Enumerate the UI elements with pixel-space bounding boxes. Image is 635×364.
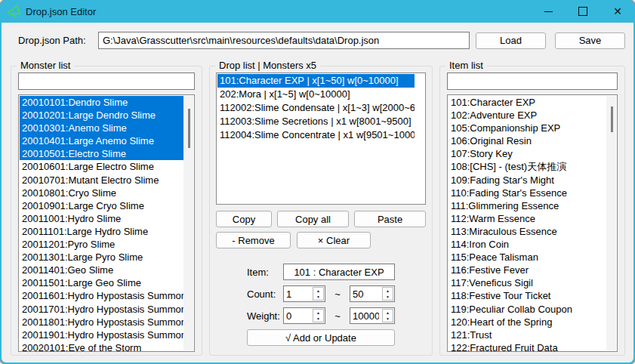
- list-item[interactable]: 101:Character EXP | x[1~50] w[0~10000]: [217, 74, 415, 88]
- list-item[interactable]: 102:Adventure EXP: [449, 109, 606, 122]
- copy-all-button[interactable]: Copy all: [277, 211, 349, 227]
- list-item[interactable]: 20010801:Cryo Slime: [20, 187, 183, 199]
- list-item[interactable]: 20010201:Large Dendro Slime: [20, 109, 183, 122]
- spin-down-icon[interactable]: ▼: [313, 316, 323, 322]
- list-item[interactable]: 115:Peace Talisman: [449, 251, 606, 264]
- list-item[interactable]: 112:Warm Essence: [449, 212, 606, 225]
- count-label: Count:: [247, 288, 283, 300]
- list-item[interactable]: 20010401:Large Anemo Slime: [20, 134, 183, 147]
- minimize-button[interactable]: [531, 0, 566, 23]
- spin-up-icon[interactable]: ▲: [383, 288, 393, 294]
- maximize-button[interactable]: [566, 0, 600, 23]
- list-item[interactable]: 118:Festive Tour Ticket: [449, 289, 606, 302]
- list-item[interactable]: 107:Story Key: [449, 147, 606, 160]
- maximize-icon: [578, 7, 587, 16]
- count-max-spinner[interactable]: ▲ ▼: [350, 285, 395, 302]
- count-min-input[interactable]: [284, 286, 312, 301]
- drop-panel-title: Drop list | Monsters x5: [215, 60, 320, 71]
- list-item[interactable]: 112002:Slime Condensate | x[1~3] w[2000~…: [217, 101, 415, 115]
- monster-filter-input[interactable]: [18, 72, 195, 90]
- list-item[interactable]: 121:Trust: [449, 329, 606, 341]
- drop-list[interactable]: 101:Character EXP | x[1~50] w[0~10000]20…: [216, 72, 426, 205]
- list-item[interactable]: 20011401:Geo Slime: [20, 264, 183, 276]
- close-button[interactable]: ✕: [600, 0, 635, 23]
- list-item[interactable]: 117:Veneficus Sigil: [449, 276, 606, 289]
- list-item[interactable]: 105:Companionship EXP: [449, 122, 606, 134]
- list-item[interactable]: 101:Character EXP: [449, 96, 606, 109]
- spinner-arrows: ▲ ▼: [313, 309, 324, 322]
- spin-up-icon[interactable]: ▲: [313, 310, 323, 316]
- spinner-arrows: ▲ ▼: [382, 309, 393, 322]
- panels: Monster list 20010101:Dendro Slime200102…: [11, 66, 625, 356]
- paste-button[interactable]: Paste: [354, 211, 426, 227]
- item-list[interactable]: 101:Character EXP102:Adventure EXP105:Co…: [447, 94, 618, 352]
- monster-panel: Monster list 20010101:Dendro Slime200102…: [11, 66, 202, 356]
- list-item[interactable]: 20011701:Hydro Hypostasis Summon: [20, 303, 183, 316]
- weight-max-spinner[interactable]: ▲ ▼: [350, 307, 395, 324]
- list-item[interactable]: 20010601:Large Electro Slime: [20, 160, 183, 173]
- scrollbar-thumb[interactable]: [188, 109, 190, 148]
- monster-list[interactable]: 20010101:Dendro Slime20010201:Large Dend…: [18, 94, 195, 352]
- count-min-spinner[interactable]: ▲ ▼: [283, 285, 325, 302]
- list-item[interactable]: 120:Heart of the Spring: [449, 316, 606, 329]
- list-item[interactable]: 20011001:Hydro Slime: [20, 212, 183, 225]
- count-row: Count: ▲ ▼ ~ ▲: [247, 285, 395, 302]
- scrollbar-track[interactable]: [606, 96, 616, 350]
- list-item[interactable]: 116:Festive Fever: [449, 264, 606, 276]
- save-button[interactable]: Save: [555, 32, 625, 49]
- item-field[interactable]: [283, 264, 395, 280]
- clear-button[interactable]: × Clear: [297, 232, 371, 248]
- path-input[interactable]: [98, 32, 470, 49]
- weight-label: Weight:: [247, 310, 283, 322]
- spin-down-icon[interactable]: ▼: [383, 294, 393, 300]
- spin-up-icon[interactable]: ▲: [383, 310, 393, 316]
- list-item[interactable]: 20010101:Dendro Slime: [20, 96, 183, 109]
- list-item[interactable]: 202:Mora | x[1~5] w[0~10000]: [217, 88, 415, 101]
- list-item[interactable]: 20011901:Hydro Hypostasis Summon: [20, 329, 183, 341]
- list-item[interactable]: 111:Glimmering Essence: [449, 199, 606, 212]
- list-item[interactable]: 112004:Slime Concentrate | x1 w[9501~100…: [217, 128, 415, 142]
- window-controls: ✕: [531, 0, 635, 23]
- clipboard-button-row: Copy Copy all Paste: [216, 211, 426, 227]
- list-item[interactable]: 20020101:Eye of the Storm: [20, 341, 183, 352]
- list-item[interactable]: 20011101:Large Hydro Slime: [20, 225, 183, 238]
- item-label: Item:: [247, 267, 283, 278]
- item-filter-input[interactable]: [447, 72, 618, 90]
- copy-button[interactable]: Copy: [216, 211, 272, 227]
- titlebar: Drop.json Editor ✕: [0, 0, 635, 23]
- list-item[interactable]: 106:Original Resin: [449, 134, 606, 147]
- app-window: Drop.json Editor ✕ Drop.json Path: Load …: [0, 0, 635, 364]
- list-item[interactable]: 109:Fading Star's Might: [449, 174, 606, 187]
- list-item[interactable]: 20011601:Hydro Hypostasis Summon: [20, 289, 183, 302]
- list-item[interactable]: 20011501:Large Geo Slime: [20, 276, 183, 289]
- list-item[interactable]: 122:Fractured Fruit Data: [449, 341, 606, 352]
- weight-max-input[interactable]: [350, 308, 381, 323]
- load-button[interactable]: Load: [476, 32, 546, 49]
- path-label: Drop.json Path:: [11, 35, 98, 46]
- weight-min-spinner[interactable]: ▲ ▼: [283, 307, 325, 324]
- list-item[interactable]: 112003:Slime Secretions | x1 w[8001~9500…: [217, 115, 415, 128]
- list-item[interactable]: 20010701:Mutant Electro Slime: [20, 174, 183, 187]
- spin-down-icon[interactable]: ▼: [313, 294, 323, 300]
- count-max-input[interactable]: [350, 286, 381, 301]
- list-item[interactable]: 20010301:Anemo Slime: [20, 122, 183, 134]
- weight-min-input[interactable]: [284, 308, 312, 323]
- minimize-icon: [544, 11, 553, 12]
- scrollbar-thumb[interactable]: [611, 106, 613, 132]
- list-item[interactable]: 114:Iron Coin: [449, 238, 606, 251]
- list-item[interactable]: 108:[CHS] - (test)天体推演: [449, 160, 606, 173]
- list-item[interactable]: 119:Peculiar Collab Coupon: [449, 303, 606, 316]
- spin-up-icon[interactable]: ▲: [313, 288, 323, 294]
- drop-panel: Drop list | Monsters x5 101:Character EX…: [209, 66, 433, 356]
- remove-button[interactable]: - Remove: [216, 232, 291, 248]
- list-item[interactable]: 113:Miraculous Essence: [449, 225, 606, 238]
- list-item[interactable]: 20011301:Large Pyro Slime: [20, 251, 183, 264]
- edit-button-row: - Remove × Clear: [216, 232, 426, 248]
- list-item[interactable]: 20010501:Electro Slime: [20, 147, 183, 160]
- list-item[interactable]: 20010901:Large Cryo Slime: [20, 199, 183, 212]
- list-item[interactable]: 110:Fading Star's Essence: [449, 187, 606, 199]
- list-item[interactable]: 20011801:Hydro Hypostasis Summon: [20, 316, 183, 329]
- add-or-update-button[interactable]: √ Add or Update: [247, 329, 395, 346]
- spin-down-icon[interactable]: ▼: [383, 316, 393, 322]
- list-item[interactable]: 20011201:Pyro Slime: [20, 238, 183, 251]
